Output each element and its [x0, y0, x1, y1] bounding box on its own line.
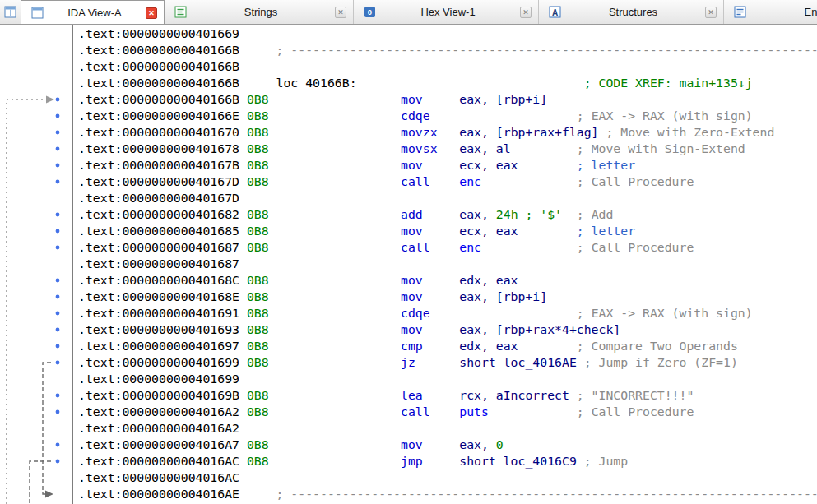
instruction-dot	[56, 229, 60, 234]
asm-line[interactable]: .text:00000000004016AC	[0, 469, 817, 486]
asm-seg-o: eax, [rbp+i]	[423, 92, 547, 106]
instruction-dot	[56, 131, 60, 135]
asm-seg-o: short loc_4016C9	[423, 454, 577, 468]
asm-seg-o: edx, eax	[423, 339, 518, 353]
asm-line[interactable]: .text:000000000040166B	[0, 58, 817, 75]
disassembly-view[interactable]: .text:0000000000401669.text:000000000040…	[0, 25, 817, 504]
jump-arrow-incoming	[7, 99, 47, 504]
asm-seg-g: 0B8	[239, 207, 269, 221]
asm-line[interactable]: .text:0000000000401669	[0, 25, 817, 42]
asm-seg-u: ; letter	[518, 224, 636, 238]
close-tab-icon[interactable]: ✕	[146, 7, 157, 19]
asm-seg-c: ; "INCORRECT!!!"	[569, 388, 694, 402]
asm-seg-c: ; Move with Zero-Extend	[599, 125, 775, 139]
asm-line[interactable]: .text:000000000040166B loc_40166B: ; COD…	[0, 75, 817, 91]
asm-line[interactable]: .text:0000000000401699 0B8 jz short loc_…	[0, 354, 817, 371]
asm-line[interactable]: .text:0000000000401691 0B8 cdqe ; EAX ->…	[0, 305, 817, 321]
svg-text:A: A	[552, 8, 558, 17]
asm-seg-g: 0B8	[239, 388, 269, 402]
asm-seg-k: .text:00000000004016AC	[78, 454, 239, 468]
asm-line[interactable]: .text:00000000004016AE ; ---------------…	[0, 486, 817, 502]
tab-bar: IDA View-A ✕ Strings ✕ 0 Hex View-1 ✕ A …	[0, 0, 817, 25]
instruction-dot	[56, 295, 60, 299]
asm-line[interactable]: .text:0000000000401693 0B8 mov eax, [rbp…	[0, 321, 817, 338]
instruction-dot	[56, 394, 60, 398]
asm-seg-o: ecx, eax	[423, 158, 518, 172]
asm-seg-o: eax,	[423, 207, 496, 221]
asm-seg-m: add	[269, 207, 423, 221]
asm-seg-m: jz	[269, 355, 415, 369]
asm-line[interactable]: .text:00000000004016AC 0B8 jmp short loc…	[0, 453, 817, 469]
asm-seg-k: .text:000000000040166B	[78, 92, 239, 106]
asm-line[interactable]: .text:0000000000401687	[0, 256, 817, 272]
hex-view-icon: 0	[364, 6, 376, 18]
asm-seg-m: cdqe	[269, 109, 430, 123]
asm-seg-c: ; --------------------------------------…	[239, 43, 817, 57]
close-tab-icon[interactable]: ✕	[335, 7, 346, 18]
asm-seg-c: ; Call Procedure	[481, 240, 694, 254]
instruction-dot	[56, 328, 60, 332]
asm-line[interactable]: .text:0000000000401670 0B8 movzx eax, [r…	[0, 124, 817, 141]
asm-seg-c: ; Jump if Zero (ZF=1)	[577, 355, 738, 369]
asm-line[interactable]: .text:00000000004016A7 0B8 mov eax, 0	[0, 437, 817, 453]
asm-line[interactable]: .text:000000000040167D	[0, 190, 817, 206]
asm-line[interactable]: .text:0000000000401697 0B8 cmp edx, eax …	[0, 338, 817, 354]
asm-line[interactable]: .text:00000000004016A2	[0, 420, 817, 437]
asm-seg-k: .text:0000000000401669	[78, 26, 239, 40]
asm-seg-c: ; EAX -> RAX (with sign)	[430, 109, 753, 123]
tab-strings[interactable]: Strings ✕	[165, 0, 354, 24]
asm-line[interactable]: .text:0000000000401699	[0, 371, 817, 387]
close-tab-icon[interactable]: ✕	[520, 7, 532, 18]
asm-line[interactable]: .text:0000000000401687 0B8 call enc ; Ca…	[0, 239, 817, 256]
window-menu-button[interactable]	[0, 0, 21, 24]
asm-seg-k: .text:000000000040168E	[78, 289, 239, 303]
jump-arrow-jmp	[30, 461, 51, 504]
instruction-dot	[56, 361, 60, 365]
asm-seg-g: 0B8	[239, 355, 269, 369]
asm-seg-k: .text:0000000000401691	[78, 306, 239, 320]
jump-arrow-jz	[43, 363, 51, 494]
asm-line[interactable]: .text:000000000040168C 0B8 mov edx, eax	[0, 272, 817, 289]
asm-seg-g: 0B8	[239, 437, 269, 451]
asm-seg-g: 0B8	[239, 240, 269, 254]
jump-arrowhead-jz	[45, 491, 53, 498]
tab-label: Enum	[751, 6, 817, 18]
disassembly-listing[interactable]: .text:0000000000401669.text:000000000040…	[0, 25, 817, 502]
asm-seg-k: .text:000000000040167D	[78, 174, 239, 188]
asm-line[interactable]: .text:000000000040167B 0B8 mov ecx, eax …	[0, 157, 817, 173]
asm-seg-k: .text:0000000000401687	[78, 240, 239, 254]
asm-seg-k: .text:0000000000401693	[78, 322, 239, 336]
ida-view-icon	[31, 7, 44, 19]
instruction-dot	[56, 180, 60, 184]
asm-line[interactable]: .text:000000000040166E 0B8 cdqe ; EAX ->…	[0, 108, 817, 124]
asm-line[interactable]: .text:000000000040168E 0B8 mov eax, [rbp…	[0, 289, 817, 305]
asm-seg-m: mov	[269, 322, 423, 336]
asm-seg-g: 0B8	[239, 289, 269, 303]
close-tab-icon[interactable]: ✕	[705, 7, 717, 18]
asm-line[interactable]: .text:000000000040167D 0B8 call enc ; Ca…	[0, 173, 817, 190]
asm-line[interactable]: .text:00000000004016A2 0B8 call puts ; C…	[0, 404, 817, 420]
instruction-dot	[56, 164, 60, 168]
asm-seg-o: rcx, aIncorrect	[423, 388, 569, 402]
asm-seg-g: 0B8	[239, 141, 269, 155]
asm-line[interactable]: .text:000000000040166B 0B8 mov eax, [rbp…	[0, 91, 817, 108]
asm-seg-o: eax, [rbp+rax+flag]	[438, 125, 599, 139]
asm-seg-m: call	[269, 240, 430, 254]
tab-label: Strings	[192, 6, 330, 18]
asm-seg-o: edx, eax	[423, 273, 518, 287]
asm-line[interactable]: .text:000000000040169B 0B8 lea rcx, aInc…	[0, 387, 817, 404]
tab-structures[interactable]: A Structures ✕	[539, 0, 724, 24]
asm-line[interactable]: .text:0000000000401678 0B8 movsx eax, al…	[0, 141, 817, 157]
asm-seg-g: 0B8	[239, 306, 269, 320]
asm-seg-m: mov	[269, 437, 423, 451]
instruction-dot	[56, 279, 60, 283]
tab-enum[interactable]: Enum ✕	[724, 0, 817, 24]
tab-hex-view-1[interactable]: 0 Hex View-1 ✕	[354, 0, 539, 24]
asm-seg-g: 0B8	[239, 322, 269, 336]
jump-arrowhead-incoming	[46, 96, 54, 104]
asm-line[interactable]: .text:000000000040166B ; ---------------…	[0, 42, 817, 58]
asm-line[interactable]: .text:0000000000401682 0B8 add eax, 24h …	[0, 206, 817, 223]
asm-line[interactable]: .text:0000000000401685 0B8 mov ecx, eax …	[0, 223, 817, 239]
asm-seg-o: short loc_4016AE	[415, 355, 577, 369]
tab-ida-view-a[interactable]: IDA View-A ✕	[21, 0, 165, 25]
